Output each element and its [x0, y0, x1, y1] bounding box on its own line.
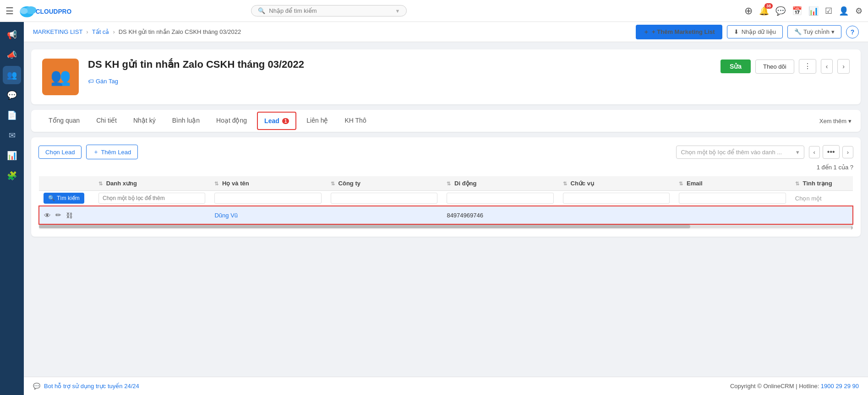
sidebar-icon-people[interactable]: 👥 [3, 66, 21, 84]
filter-di-dong-input[interactable] [447, 193, 553, 204]
row-actions: 👁 ✏ ⛓ [44, 211, 89, 219]
customize-icon: 🔧 [794, 28, 802, 35]
more-actions-button[interactable]: ••• [823, 145, 840, 159]
unlink-icon[interactable]: ⛓ [66, 211, 73, 219]
notification-icon[interactable]: 🔔 38 [759, 6, 769, 16]
col-ho-va-ten-header[interactable]: ⇅ Họ và tên [210, 176, 326, 191]
breadcrumb-sep1: › [86, 28, 88, 35]
more-options-button[interactable]: ⋮ [799, 59, 816, 74]
tab-lien-he-label: Liên hệ [306, 117, 328, 124]
filter-chuc-vu-input[interactable] [563, 193, 670, 204]
col-email-header[interactable]: ⇅ Email [674, 176, 790, 191]
add-marketing-list-button[interactable]: ＋ + Thêm Marketing List [636, 25, 722, 39]
row-actions-cell: 👁 ✏ ⛓ [39, 206, 94, 224]
task-icon[interactable]: ☑ [825, 6, 832, 16]
import-button[interactable]: ⬇ Nhập dữ liệu [727, 25, 783, 38]
search-button[interactable]: 🔍 Tìm kiếm [44, 193, 84, 204]
breadcrumb-module[interactable]: MARKETING LIST [33, 28, 82, 35]
filter-danh-xung-input[interactable] [98, 193, 205, 204]
filter-select[interactable]: Chọn một bộ lọc để thêm vào danh ... ▾ [676, 146, 804, 159]
col-chuc-vu-header[interactable]: ⇅ Chức vụ [558, 176, 674, 191]
calendar-icon[interactable]: 📅 [792, 6, 802, 16]
tab-nhat-ky[interactable]: Nhật ký [125, 110, 164, 131]
prev-record-button[interactable]: ‹ [821, 59, 833, 74]
tag-link[interactable]: 🏷 Gán Tag [88, 78, 850, 85]
tab-xem-them-label: Xem thêm [819, 118, 846, 124]
col-danh-xung-header[interactable]: ⇅ Danh xưng [94, 176, 210, 191]
record-avatar: 👥 [42, 59, 79, 95]
plus-icon: ＋ [93, 148, 99, 156]
breadcrumb-current: DS KH gửi tin nhắn Zalo CSKH tháng 03/20… [119, 28, 241, 35]
nav-icons: ⊕ 🔔 38 💬 📅 📊 ☑ 👤 ⚙ [744, 5, 863, 17]
user-icon[interactable]: 👤 [839, 6, 849, 16]
scroll-right-arrow[interactable]: › [851, 224, 853, 231]
follow-button[interactable]: Theo dõi [755, 60, 794, 74]
tab-tong-quan-label: Tổng quan [49, 117, 80, 124]
col-cong-ty-header[interactable]: ⇅ Công ty [326, 176, 442, 191]
filter-tinh-trang-placeholder: Chọn một [795, 195, 822, 202]
view-icon[interactable]: 👁 [44, 211, 51, 219]
hotline-link[interactable]: 1900 29 29 90 [821, 383, 859, 390]
app-layout: 📢 📣 👥 💬 📄 ✉ 📊 🧩 MARKETING LIST › Tất cả … [0, 22, 868, 395]
tab-tong-quan[interactable]: Tổng quan [40, 110, 88, 131]
customize-button[interactable]: 🔧 Tuỳ chỉnh ▾ [787, 25, 841, 38]
record-header: 👥 DS KH gửi tin nhắn Zalo CSKH tháng 03/… [42, 59, 850, 95]
record-info: DS KH gửi tin nhắn Zalo CSKH tháng 03/20… [88, 59, 850, 85]
horizontal-scrollbar[interactable]: › [39, 225, 853, 228]
filter-placeholder: Chọn một bộ lọc để thêm vào danh ... [681, 149, 782, 156]
edit-row-icon[interactable]: ✏ [55, 211, 61, 219]
search-icon: 🔍 [258, 7, 265, 14]
tab-kh-tho[interactable]: KH Thô [336, 110, 374, 131]
tab-binh-luan[interactable]: Bình luận [164, 110, 208, 131]
filter-ho-va-ten-input[interactable] [214, 193, 321, 204]
sidebar-icon-chat[interactable]: 💬 [3, 86, 21, 104]
lead-panel: Chọn Lead ＋ Thêm Lead Chọn một bộ lọc để… [31, 137, 861, 237]
col-di-dong-label: Di động [454, 180, 476, 187]
logo-area: CLOUDPRO [18, 3, 73, 19]
search-input[interactable] [269, 7, 393, 14]
search-email-cell [674, 191, 790, 206]
sidebar-icon-doc[interactable]: 📄 [3, 106, 21, 124]
add-icon[interactable]: ⊕ [744, 5, 753, 17]
filter-cong-ty-input[interactable] [331, 193, 437, 204]
next-record-button[interactable]: › [837, 59, 850, 74]
tab-xem-them[interactable]: Xem thêm ▾ [819, 118, 852, 124]
sidebar-icon-mail[interactable]: ✉ [3, 126, 21, 145]
footer-chat[interactable]: 💬 Bot hỗ trợ sử dụng trực tuyến 24/24 [33, 383, 139, 390]
sidebar-icon-table[interactable]: 📊 [3, 146, 21, 165]
sidebar-icon-speaker[interactable]: 📣 [3, 46, 21, 64]
them-lead-button[interactable]: ＋ Thêm Lead [86, 145, 138, 159]
record-actions: Sửa Theo dõi ⋮ ‹ › [721, 59, 850, 74]
tab-hoat-dong-label: Hoạt động [216, 117, 247, 124]
sidebar-icon-megaphone[interactable]: 📢 [3, 26, 21, 44]
chart-icon[interactable]: 📊 [808, 6, 819, 16]
chevron-down-icon: ▾ [848, 118, 852, 124]
tab-nhat-ky-label: Nhật ký [133, 117, 156, 124]
lead-name-link[interactable]: Dũng Vũ [214, 212, 238, 219]
edit-button[interactable]: Sửa [721, 60, 751, 73]
col-di-dong-header[interactable]: ⇅ Di động [442, 176, 558, 191]
sidebar-icon-puzzle[interactable]: 🧩 [3, 167, 21, 185]
message-icon[interactable]: 💬 [775, 6, 786, 16]
customize-label: Tuỳ chỉnh [803, 28, 830, 35]
tab-hoat-dong[interactable]: Hoạt động [208, 110, 255, 131]
col-chuc-vu-label: Chức vụ [571, 180, 594, 187]
footer: 💬 Bot hỗ trợ sử dụng trực tuyến 24/24 Co… [24, 377, 868, 395]
tab-lead[interactable]: Lead 1 [257, 112, 296, 130]
hamburger-menu[interactable]: ☰ [5, 5, 14, 16]
search-di-dong-cell [442, 191, 558, 206]
breadcrumb-bar: MARKETING LIST › Tất cả › DS KH gửi tin … [24, 22, 868, 42]
breadcrumb-all[interactable]: Tất cả [92, 28, 109, 35]
tab-lien-he[interactable]: Liên hệ [298, 110, 336, 131]
notification-badge: 38 [764, 3, 773, 9]
settings-icon[interactable]: ⚙ [855, 6, 863, 16]
col-tinh-trang-header[interactable]: ⇅ Tình trạng [791, 176, 853, 191]
prev-page-button[interactable]: ‹ [809, 146, 820, 158]
filter-email-input[interactable] [679, 193, 786, 204]
page-body: 👥 DS KH gửi tin nhắn Zalo CSKH tháng 03/… [24, 42, 868, 377]
help-button[interactable]: ? [846, 26, 859, 38]
next-page-button[interactable]: › [842, 146, 853, 158]
tab-chi-tiet[interactable]: Chi tiết [88, 110, 125, 131]
search-row: 🔍 Tìm kiếm [39, 191, 853, 206]
chon-lead-button[interactable]: Chọn Lead [38, 146, 82, 159]
